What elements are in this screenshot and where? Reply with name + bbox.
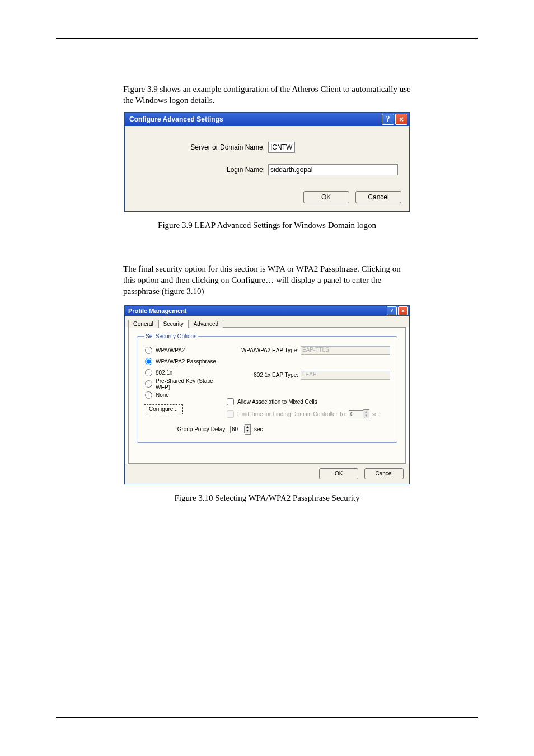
dialog-title: Configure Advanced Settings [129,115,223,123]
cancel-button[interactable]: Cancel [364,468,404,479]
wpa-eap-type-label: WPA/WPA2 EAP Type: [227,347,301,353]
ok-button[interactable]: OK [303,191,349,203]
radio-wpa-passphrase[interactable] [145,358,152,365]
fieldset-legend: Set Security Options [144,333,198,339]
ok-button[interactable]: OK [319,468,358,479]
radio-none-label: None [156,392,169,398]
radio-none[interactable] [145,391,152,399]
radio-wpa-label: WPA/WPA2 [156,347,185,353]
radio-8021x[interactable] [145,369,152,376]
sec-unit-label: sec [372,411,381,417]
server-domain-input[interactable] [268,142,295,153]
radio-preshared-key-label: Pre-Shared Key (Static WEP) [156,378,227,390]
cancel-button[interactable]: Cancel [355,191,401,203]
figure-caption-1: Figure 3.9 LEAP Advanced Settings for Wi… [123,220,411,231]
sec-unit-label: sec [254,426,263,432]
spinner-arrows-icon: ▲▼ [363,409,369,419]
wpa-eap-type-select: EAP-TTLS [301,346,390,355]
dialog-title: Profile Management [128,307,187,314]
limit-time-input [349,410,363,418]
figure-caption-2: Figure 3.10 Selecting WPA/WPA2 Passphras… [123,492,411,503]
titlebar: Configure Advanced Settings ? × [125,113,409,126]
tab-security[interactable]: Security [158,320,189,328]
help-icon[interactable]: ? [387,306,397,315]
checkbox-limit-time [227,410,234,418]
close-icon[interactable]: × [398,306,408,315]
tab-advanced[interactable]: Advanced [189,320,223,328]
dialog-profile-management: Profile Management ? × General Security … [124,305,410,484]
8021x-eap-type-select: LEAP [301,371,390,380]
configure-button[interactable]: Configure... [144,404,183,414]
group-policy-delay-label: Group Policy Delay: [144,426,230,432]
paragraph-1: Figure 3.9 shows an example configuratio… [123,83,411,106]
checkbox-limit-time-label: Limit Time for Finding Domain Controller… [237,411,346,417]
login-name-input[interactable] [268,164,398,175]
close-icon[interactable]: × [395,114,407,125]
server-domain-label: Server or Domain Name: [133,143,268,151]
tab-general[interactable]: General [128,320,158,328]
radio-preshared-key[interactable] [145,380,152,388]
login-name-label: Login Name: [133,166,268,174]
radio-wpa-passphrase-label: WPA/WPA2 Passphrase [156,358,216,365]
group-policy-delay-input[interactable] [230,426,245,433]
help-icon[interactable]: ? [382,114,394,125]
titlebar: Profile Management ? × [125,306,409,316]
dialog-configure-advanced-settings: Configure Advanced Settings ? × Server o… [124,112,410,212]
8021x-eap-type-label: 802.1x EAP Type: [227,372,301,378]
spinner-arrows-icon[interactable]: ▲▼ [245,424,251,435]
radio-8021x-label: 802.1x [156,370,172,376]
radio-wpa[interactable] [145,347,152,354]
checkbox-mixed-cells-label: Allow Association to Mixed Cells [237,399,317,405]
paragraph-3: The final security option for this secti… [123,263,411,297]
checkbox-mixed-cells[interactable] [227,398,234,405]
